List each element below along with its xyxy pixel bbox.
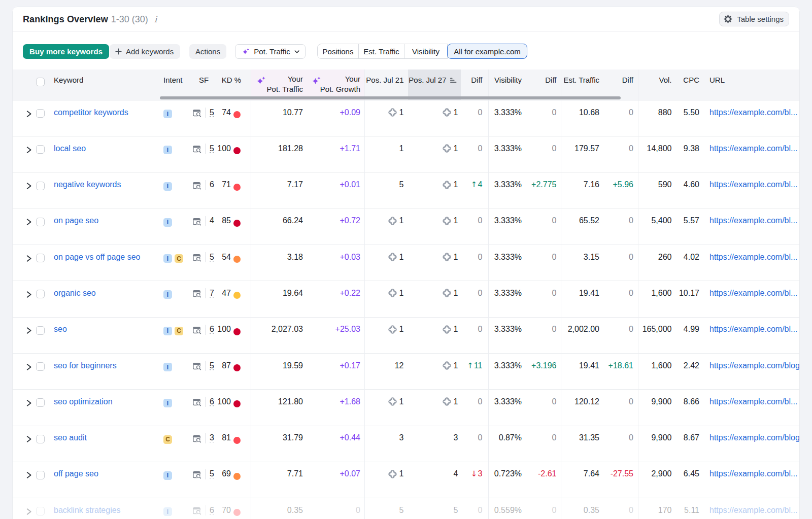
actions-button[interactable]: Actions [189,44,226,59]
col-header-diff-visibility[interactable]: Diff [545,75,556,85]
expand-row-chevron-icon[interactable] [26,327,32,334]
keyword-link[interactable]: local seo [54,144,86,154]
url-link[interactable]: https://example.com/bl... [709,506,797,514]
url-link[interactable]: https://example.com/bl... [709,289,797,297]
keyword-link[interactable]: organic seo [54,288,96,298]
sf-count[interactable]: 6 [208,505,217,515]
keyword-link[interactable]: seo [54,324,67,334]
url-link[interactable]: https://example.com/bl... [709,253,797,261]
url-link[interactable]: https://example.com/bl... [709,397,797,406]
intent-badge-i[interactable]: I [163,290,172,299]
url-link[interactable]: https://example.com/bl... [709,108,797,117]
col-header-cpc[interactable]: CPC [683,75,699,85]
buy-more-keywords-button[interactable]: Buy more keywords [23,44,109,59]
intent-badge-i[interactable]: I [163,182,172,191]
segment-est-traffic[interactable]: Est. Traffic [358,44,404,59]
keyword-link[interactable]: backlink strategies [54,505,121,515]
row-checkbox[interactable] [36,471,45,479]
keyword-link[interactable]: seo optimization [54,397,113,407]
url-link[interactable]: https://example.com/bl... [709,216,797,225]
url-link[interactable]: https://example.com/bl... [709,180,797,189]
keyword-link[interactable]: competitor keywords [54,108,128,118]
add-keywords-button[interactable]: Add keywords [110,44,180,59]
keyword-link[interactable]: negative keywords [54,180,121,190]
expand-row-chevron-icon[interactable] [26,146,32,154]
sf-count[interactable]: 5 [208,469,217,479]
segment-positions[interactable]: Positions [317,44,359,59]
url-link[interactable]: https://example.com/bl... [709,144,797,153]
url-link[interactable]: https://example.com/blog [709,361,800,370]
intent-badge-c[interactable]: C [163,435,172,444]
col-header-pos-prev[interactable]: Pos. Jul 21 [366,75,403,85]
expand-row-chevron-icon[interactable] [26,471,32,479]
select-all-checkbox[interactable] [36,78,45,86]
intent-badge-i[interactable]: I [163,218,172,227]
row-checkbox[interactable] [36,290,45,298]
expand-row-chevron-icon[interactable] [26,110,32,118]
url-link[interactable]: https://example.com/bl... [709,469,797,478]
sf-count[interactable]: 4 [208,216,217,226]
expand-row-chevron-icon[interactable] [26,435,32,443]
keyword-link[interactable]: seo for beginners [54,361,117,371]
row-checkbox[interactable] [36,182,45,190]
col-header-visibility[interactable]: Visibility [494,75,522,85]
col-header-est-traffic[interactable]: Est. Traffic [563,75,599,85]
intent-badge-i[interactable]: I [163,399,172,407]
sf-count[interactable]: 6 [208,180,217,190]
intent-badge-c[interactable]: C [175,327,183,335]
row-checkbox[interactable] [36,109,45,118]
expand-row-chevron-icon[interactable] [26,291,32,298]
row-checkbox[interactable] [36,507,45,515]
expand-row-chevron-icon[interactable] [26,218,32,226]
table-settings-button[interactable]: Table settings [719,12,789,26]
row-checkbox[interactable] [36,398,45,407]
col-header-pot-growth[interactable]: Your Pot. Growth [320,74,360,94]
sf-count[interactable]: 3 [208,433,217,443]
sf-count[interactable]: 5 [208,252,217,262]
expand-row-chevron-icon[interactable] [26,508,32,515]
sf-count[interactable]: 5 [208,361,217,371]
row-checkbox[interactable] [36,254,45,262]
intent-badge-i[interactable]: I [163,363,172,371]
segment-all-for-domain[interactable]: All for example.com [447,44,527,59]
col-header-kd[interactable]: KD % [222,75,241,85]
expand-row-chevron-icon[interactable] [26,399,32,407]
row-checkbox[interactable] [36,145,45,154]
expand-row-chevron-icon[interactable] [26,182,32,190]
keyword-link[interactable]: off page seo [54,469,98,479]
intent-badge-i[interactable]: I [163,146,172,154]
intent-badge-i[interactable]: I [163,471,172,480]
intent-badge-i[interactable]: I [163,327,172,335]
col-header-diff-est[interactable]: Diff [622,75,633,85]
expand-row-chevron-icon[interactable] [26,363,32,371]
intent-badge-i[interactable]: I [163,110,172,118]
col-header-diff-pos[interactable]: Diff [471,75,482,85]
sf-count[interactable]: 6 [208,324,217,334]
keyword-link[interactable]: seo audit [54,433,87,443]
row-checkbox[interactable] [36,326,45,335]
segment-visibility[interactable]: Visibility [404,44,448,59]
col-header-intent[interactable]: Intent [163,75,183,85]
col-header-keyword[interactable]: Keyword [54,75,83,85]
horizontal-scrollbar[interactable] [160,96,621,99]
url-link[interactable]: https://example.com/blog [709,433,800,442]
sf-count[interactable]: 7 [208,288,217,298]
col-header-url[interactable]: URL [709,75,725,85]
col-header-pot-traffic[interactable]: Your Pot. Traffic [267,74,303,94]
intent-badge-i[interactable]: I [163,254,172,263]
col-header-sf[interactable]: SF [199,75,209,85]
row-checkbox[interactable] [36,218,45,226]
keyword-link[interactable]: on page seo [54,216,98,226]
intent-badge-i[interactable]: I [163,507,172,516]
sf-count[interactable]: 5 [208,108,217,118]
row-checkbox[interactable] [36,362,45,371]
col-header-vol[interactable]: Vol. [659,75,671,85]
sf-count[interactable]: 5 [208,144,217,154]
info-icon[interactable]: i [154,14,157,24]
col-header-pos-cur[interactable]: Pos. Jul 27 [409,75,456,85]
expand-row-chevron-icon[interactable] [26,255,32,262]
row-checkbox[interactable] [36,435,45,443]
url-link[interactable]: https://example.com/bl... [709,325,797,333]
intent-badge-c[interactable]: C [175,254,183,263]
metric-dropdown[interactable]: Pot. Traffic [235,44,306,59]
